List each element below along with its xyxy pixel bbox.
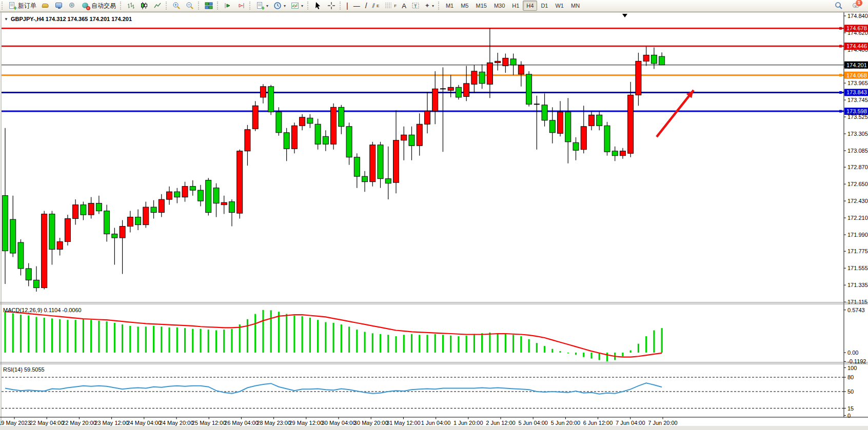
trendline-tool-button[interactable]: /: [363, 1, 370, 11]
macd-axis-label: 0.00: [847, 350, 858, 356]
time-label: 28 May 23:00: [257, 420, 291, 426]
quotes-icon: [42, 2, 50, 10]
tab-timeframe-h1[interactable]: H1: [508, 1, 523, 11]
price-line-badge-label: 174.446: [846, 43, 867, 49]
quotes-button[interactable]: [39, 1, 52, 11]
fibo-sub: F: [394, 4, 397, 8]
search-button[interactable]: [832, 1, 845, 11]
vertical-line-tool-button[interactable]: |: [344, 1, 351, 11]
dropdown-arrow-icon: ▾: [284, 4, 286, 8]
time-label: 5 Jun 04:00: [518, 420, 548, 426]
clock-icon: [273, 2, 282, 10]
macd-axis-label: -0.1192: [847, 358, 866, 364]
time-label: 24 May 04:00: [127, 420, 161, 426]
bar-chart-button[interactable]: [124, 1, 137, 11]
toolbar-grip: [2, 2, 4, 10]
toolbar-grip: [166, 2, 168, 10]
hline-handle[interactable]: [839, 45, 842, 48]
arrows-tool-button[interactable]: ✦▾: [422, 1, 437, 11]
tab-timeframe-w1[interactable]: W1: [551, 1, 567, 11]
tab-timeframe-m1[interactable]: M1: [442, 1, 457, 11]
tab-timeframe-m15[interactable]: M15: [472, 1, 490, 11]
zoom-out-button[interactable]: [183, 1, 196, 11]
time-label: 26 May 04:00: [224, 420, 259, 426]
new-chart-button[interactable]: +▾: [253, 1, 271, 11]
time-label: 25 May 12:00: [192, 420, 226, 426]
price-tick-label: 172.650: [847, 181, 868, 187]
tab-timeframe-h4[interactable]: H4: [523, 1, 537, 11]
price-tick-label: 173.745: [847, 97, 868, 103]
price-tick-label: 173.305: [847, 131, 868, 137]
macd-indicator-label: MACD(12,26,9) 0.1104 -0.0060: [3, 307, 82, 313]
price-tick-label: 171.775: [847, 248, 868, 254]
zoom-in-icon: [172, 2, 181, 10]
new-order-button[interactable]: + 新订单: [6, 1, 39, 11]
crosshair-tool-button[interactable]: [325, 1, 338, 11]
toolbar-grip: [198, 2, 201, 10]
horizontal-line-tool-button[interactable]: —: [351, 1, 363, 11]
tab-timeframe-d1[interactable]: D1: [537, 1, 551, 11]
price-tick-label: 171.335: [847, 282, 868, 288]
price-line-badge-label: 174.678: [846, 25, 867, 31]
market-watch-button[interactable]: [52, 1, 66, 11]
line-chart-button[interactable]: [151, 1, 164, 11]
dropdown-arrow-icon: ▾: [432, 4, 434, 8]
tab-timeframe-m30[interactable]: M30: [490, 1, 508, 11]
hline-handle[interactable]: [839, 74, 842, 76]
chart-shift-button[interactable]: [234, 1, 248, 11]
price-tick-label: 172.210: [847, 215, 868, 221]
time-label: 2 Jun 12:00: [486, 420, 516, 426]
cursor-tool-button[interactable]: [311, 1, 325, 11]
time-label: 6 Jun 12:00: [583, 420, 613, 426]
indicators-button[interactable]: ▾: [288, 1, 306, 11]
fibonacci-tool-button[interactable]: F: [382, 1, 399, 11]
signals-button[interactable]: [66, 1, 79, 11]
price-tick-label: 174.840: [847, 13, 868, 19]
tile-windows-button[interactable]: [202, 1, 215, 11]
tab-timeframe-m5[interactable]: M5: [457, 1, 472, 11]
chart-canvas[interactable]: 174.840174.620174.400174.180173.965173.7…: [0, 12, 868, 430]
time-label: 31 May 12:00: [386, 420, 421, 426]
auto-scroll-icon: [224, 2, 232, 10]
text-label-icon: T: [411, 2, 420, 10]
price-line-badge-label: 173.843: [846, 89, 867, 95]
notifications-button[interactable]: 1: [850, 1, 863, 11]
text-label-tool-button[interactable]: T: [409, 1, 422, 11]
hline-handle[interactable]: [839, 110, 842, 113]
crosshair-icon: [327, 2, 336, 10]
rsi-axis-label: 80: [847, 374, 854, 380]
price-tick-label: 172.430: [847, 198, 868, 204]
toolbar-grip: [217, 2, 220, 10]
dropdown-arrow-icon: ▾: [266, 4, 268, 8]
market-watch-icon: [55, 2, 63, 10]
time-label: 24 May 20:00: [160, 420, 194, 426]
profiles-clock-button[interactable]: ▾: [271, 1, 288, 11]
text-tool-button[interactable]: A: [399, 1, 409, 11]
main-toolbar: + 新订单 自动交易 +▾ ▾ ▾ | — / ⫽E F A: [0, 0, 868, 12]
new-order-icon: +: [8, 2, 16, 10]
search-icon: [835, 2, 843, 10]
rsi-indicator-label: RSI(14) 59.5055: [3, 366, 45, 373]
chart-title: GBPJPY-,H4 174.312 174.365 174.201 174.2…: [11, 16, 132, 22]
indicators-icon: [291, 2, 299, 10]
time-label: 5 Jun 20:00: [551, 420, 581, 426]
collapse-triangle-icon[interactable]: ▼: [4, 17, 8, 22]
auto-scroll-button[interactable]: [221, 1, 234, 11]
bar-chart-icon: [127, 2, 135, 10]
toolbar-grip: [438, 2, 441, 10]
hline-handle[interactable]: [839, 27, 842, 30]
channel-icon: ⫽: [372, 2, 375, 9]
line-chart-icon: [153, 2, 162, 10]
autotrading-button[interactable]: 自动交易: [79, 1, 119, 11]
rsi-axis-label: 0: [847, 413, 851, 419]
macd-axis-label: 0.5743: [847, 307, 865, 313]
channel-tool-button[interactable]: ⫽E: [370, 1, 382, 11]
hline-handle[interactable]: [839, 91, 842, 94]
autotrading-icon: [82, 2, 90, 10]
time-label: 1 Jun 04:00: [421, 420, 451, 426]
tab-timeframe-mn[interactable]: MN: [567, 1, 583, 11]
zoom-in-button[interactable]: [170, 1, 183, 11]
candlestick-chart-button[interactable]: [137, 1, 151, 11]
toolbar-grip: [120, 2, 123, 10]
new-chart-icon: +: [256, 2, 264, 10]
